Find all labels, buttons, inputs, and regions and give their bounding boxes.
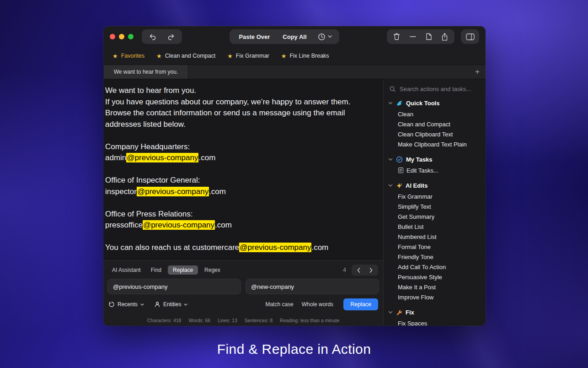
- fix-icon: [396, 309, 402, 316]
- find-panel-controls: Recents Entities: [107, 298, 379, 310]
- star-icon: ★: [227, 53, 233, 59]
- whole-words-toggle[interactable]: Whole words: [302, 301, 333, 308]
- editor-text[interactable]: We want to hear from you.If you have que…: [103, 79, 383, 260]
- sidebar-item[interactable]: Friendly Tone: [384, 252, 486, 262]
- sidebar-item-label: Fix Spaces: [398, 320, 427, 326]
- favorite-item[interactable]: ★Clean and Compact: [156, 53, 215, 59]
- undo-button[interactable]: [144, 30, 162, 43]
- sidebar-item-label: Improve Flow: [398, 294, 433, 301]
- redo-button[interactable]: [162, 30, 180, 43]
- editor-line: You can also reach us at customercare@pr…: [105, 242, 378, 254]
- sidebar: Quick ToolsCleanClean and CompactClean C…: [383, 79, 486, 326]
- star-icon: ★: [112, 53, 118, 59]
- sidebar-item[interactable]: Numbered List: [384, 232, 486, 242]
- editor-text-segment: You can also reach us at customercare: [105, 243, 239, 252]
- editor-line: pressoffice@previous-company.com: [105, 220, 378, 231]
- sidebar-item-label: Simplify Text: [398, 203, 431, 210]
- find-replace-panel: AI AssistantFindReplaceRegex 4: [103, 260, 383, 314]
- remove-line-breaks-button[interactable]: [405, 30, 421, 43]
- sidebar-item[interactable]: Clean and Compact: [384, 119, 486, 129]
- editor-text-segment: inspector: [105, 187, 137, 196]
- minimize-window-button[interactable]: [119, 34, 124, 39]
- sidebar-item[interactable]: Add Call To Action: [384, 262, 486, 272]
- sidebar-item[interactable]: Improve Flow: [384, 292, 486, 302]
- sidebar-item[interactable]: Persuasive Style: [384, 272, 486, 282]
- sidebar-section-header[interactable]: My Tasks: [384, 154, 486, 165]
- status-item: Words: 66: [188, 318, 210, 323]
- star-icon: ★: [281, 53, 287, 59]
- previous-match-button[interactable]: [353, 265, 365, 275]
- sidebar-item[interactable]: Bullet List: [384, 222, 486, 232]
- share-button[interactable]: [437, 30, 453, 43]
- chevron-down-icon: [328, 35, 332, 38]
- document-tab[interactable]: We want to hear from you.: [103, 65, 188, 79]
- search-icon: [389, 86, 396, 92]
- sidebar-item[interactable]: Get Summary: [384, 211, 486, 222]
- favorite-item[interactable]: ★Fix Line Breaks: [281, 53, 329, 59]
- sidebar-item-label: Bullet List: [398, 223, 423, 230]
- editor-text-segment: .com: [215, 221, 232, 229]
- actions-group: Paste Over Copy All: [230, 29, 339, 44]
- sidebar-item[interactable]: Make Clipboard Text Plain: [384, 139, 486, 149]
- sidebar-item[interactable]: Make It a Post: [384, 282, 486, 292]
- match-case-toggle[interactable]: Match case: [265, 301, 293, 308]
- redo-icon: [167, 32, 175, 41]
- list-icon: [398, 167, 404, 173]
- sidebar-item-label: Get Summary: [398, 213, 434, 220]
- replace-button[interactable]: Replace: [343, 298, 378, 310]
- find-tabs: AI AssistantFindReplaceRegex: [108, 265, 224, 275]
- editor-text-segment: .com: [311, 243, 328, 252]
- favorite-item[interactable]: ★Fix Grammar: [227, 53, 269, 59]
- sidebar-item[interactable]: Clean Clipboard Text: [384, 129, 486, 139]
- sidebar-item-label: Make Clipboard Text Plain: [398, 141, 467, 148]
- sidebar-item[interactable]: Simplify Text: [384, 201, 486, 211]
- sidebar-item[interactable]: Formal Tone: [384, 242, 486, 252]
- sidebar-item-label: Clean: [398, 111, 413, 118]
- sidebar-item-label: Make It a Post: [398, 284, 436, 291]
- my-tasks-icon: [396, 156, 403, 163]
- sidebar-toggle-button[interactable]: [461, 30, 479, 43]
- highlighted-match: @previous-company: [126, 153, 198, 162]
- find-tab-find[interactable]: Find: [147, 265, 165, 275]
- editor-line: [105, 197, 378, 209]
- sidebar-section-header[interactable]: Fix: [384, 307, 486, 318]
- document-tools-group: [387, 29, 454, 44]
- find-input[interactable]: [107, 279, 241, 294]
- zoom-window-button[interactable]: [128, 34, 134, 39]
- favorite-label: Fix Line Breaks: [289, 53, 329, 59]
- chevron-down-icon: [388, 102, 393, 105]
- caption: Find & Replace in Action: [0, 341, 588, 357]
- favorite-label: Clean and Compact: [165, 53, 215, 59]
- entities-dropdown[interactable]: Entities: [154, 301, 187, 308]
- sidebar-section-header[interactable]: AI Edits: [384, 180, 486, 191]
- chevron-down-icon: [184, 303, 187, 306]
- paste-over-button[interactable]: Paste Over: [232, 30, 276, 43]
- sidebar-item-label: Clean and Compact: [398, 121, 450, 128]
- new-document-button[interactable]: [421, 30, 437, 43]
- trash-button[interactable]: [389, 30, 405, 43]
- star-icon: ★: [156, 53, 162, 59]
- titlebar: Paste Over Copy All: [103, 26, 486, 47]
- favorite-item[interactable]: ★Favorites: [112, 53, 144, 59]
- search-input[interactable]: [400, 86, 480, 92]
- sidebar-item-label: Edit Tasks...: [406, 167, 438, 174]
- sidebar-item[interactable]: Fix Grammar: [384, 191, 486, 201]
- find-tab-regex[interactable]: Regex: [201, 265, 224, 275]
- status-bar: Characters: 418Words: 66Lines: 13Sentenc…: [103, 314, 383, 326]
- close-window-button[interactable]: [110, 34, 115, 39]
- recents-dropdown[interactable]: Recents: [108, 301, 144, 308]
- undo-icon: [149, 32, 157, 41]
- find-tab-replace[interactable]: Replace: [168, 265, 198, 275]
- copy-all-button[interactable]: Copy All: [276, 30, 313, 43]
- sidebar-item[interactable]: Fix Spaces: [384, 318, 486, 326]
- sidebar-section-header[interactable]: Quick Tools: [384, 97, 486, 109]
- add-tab-button[interactable]: +: [469, 65, 486, 79]
- history-button[interactable]: [313, 30, 337, 43]
- window-controls: [110, 34, 134, 39]
- sidebar-item[interactable]: Clean: [384, 109, 486, 119]
- find-tab-ai-assistant[interactable]: AI Assistant: [108, 265, 144, 275]
- replace-input[interactable]: [246, 279, 379, 294]
- next-match-button[interactable]: [365, 265, 377, 275]
- status-item: Lines: 13: [218, 318, 237, 323]
- sidebar-item[interactable]: Edit Tasks...: [384, 165, 486, 175]
